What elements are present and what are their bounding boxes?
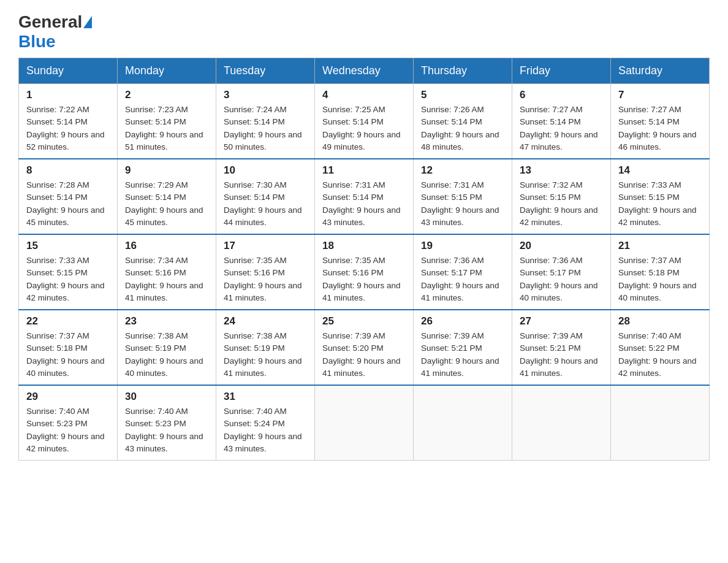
calendar-cell: 6Sunrise: 7:27 AMSunset: 5:14 PMDaylight…: [512, 84, 611, 159]
weekday-header-row: SundayMondayTuesdayWednesdayThursdayFrid…: [19, 58, 710, 84]
calendar-cell: 4Sunrise: 7:25 AMSunset: 5:14 PMDaylight…: [315, 84, 414, 159]
day-info: Sunrise: 7:35 AMSunset: 5:16 PMDaylight:…: [224, 255, 307, 304]
day-number: 6: [520, 89, 603, 101]
day-number: 27: [520, 315, 603, 327]
calendar-cell: [414, 385, 512, 461]
logo-general-text: General: [18, 12, 82, 32]
day-info: Sunrise: 7:37 AMSunset: 5:18 PMDaylight:…: [26, 330, 110, 380]
day-info: Sunrise: 7:36 AMSunset: 5:17 PMDaylight:…: [421, 255, 504, 304]
calendar-week-row: 29Sunrise: 7:40 AMSunset: 5:23 PMDayligh…: [19, 385, 710, 461]
day-info: Sunrise: 7:32 AMSunset: 5:15 PMDaylight:…: [520, 179, 603, 229]
day-info: Sunrise: 7:31 AMSunset: 5:15 PMDaylight:…: [421, 179, 504, 229]
day-number: 11: [322, 164, 406, 177]
day-info: Sunrise: 7:39 AMSunset: 5:21 PMDaylight:…: [421, 330, 504, 380]
day-number: 5: [421, 89, 504, 101]
day-info: Sunrise: 7:39 AMSunset: 5:21 PMDaylight:…: [520, 330, 603, 380]
calendar-cell: 20Sunrise: 7:36 AMSunset: 5:17 PMDayligh…: [512, 234, 611, 310]
calendar-cell: 2Sunrise: 7:23 AMSunset: 5:14 PMDaylight…: [118, 84, 216, 159]
day-number: 17: [224, 240, 307, 252]
day-number: 2: [125, 89, 208, 101]
day-number: 14: [618, 164, 702, 177]
day-number: 29: [26, 391, 110, 403]
calendar-cell: 30Sunrise: 7:40 AMSunset: 5:23 PMDayligh…: [118, 385, 216, 461]
calendar-cell: 11Sunrise: 7:31 AMSunset: 5:14 PMDayligh…: [315, 159, 414, 234]
calendar-cell: 21Sunrise: 7:37 AMSunset: 5:18 PMDayligh…: [611, 234, 710, 310]
day-info: Sunrise: 7:30 AMSunset: 5:14 PMDaylight:…: [224, 179, 307, 229]
day-number: 7: [618, 89, 702, 101]
day-number: 8: [26, 164, 110, 177]
day-number: 1: [26, 89, 110, 101]
day-info: Sunrise: 7:27 AMSunset: 5:14 PMDaylight:…: [520, 104, 603, 153]
day-number: 31: [224, 391, 307, 403]
day-info: Sunrise: 7:38 AMSunset: 5:19 PMDaylight:…: [125, 330, 208, 380]
weekday-header-wednesday: Wednesday: [315, 58, 414, 84]
day-number: 9: [125, 164, 208, 177]
calendar-cell: 26Sunrise: 7:39 AMSunset: 5:21 PMDayligh…: [414, 310, 512, 385]
calendar-cell: 29Sunrise: 7:40 AMSunset: 5:23 PMDayligh…: [19, 385, 118, 461]
calendar-cell: 7Sunrise: 7:27 AMSunset: 5:14 PMDaylight…: [611, 84, 710, 159]
day-info: Sunrise: 7:26 AMSunset: 5:14 PMDaylight:…: [421, 104, 504, 153]
calendar-cell: 14Sunrise: 7:33 AMSunset: 5:15 PMDayligh…: [611, 159, 710, 234]
calendar-cell: 19Sunrise: 7:36 AMSunset: 5:17 PMDayligh…: [414, 234, 512, 310]
day-info: Sunrise: 7:27 AMSunset: 5:14 PMDaylight:…: [618, 104, 702, 153]
calendar-cell: 31Sunrise: 7:40 AMSunset: 5:24 PMDayligh…: [216, 385, 315, 461]
day-number: 18: [322, 240, 406, 252]
calendar-cell: 3Sunrise: 7:24 AMSunset: 5:14 PMDaylight…: [216, 84, 315, 159]
page-header: General Blue: [18, 12, 710, 52]
day-info: Sunrise: 7:33 AMSunset: 5:15 PMDaylight:…: [26, 255, 110, 304]
calendar-cell: 16Sunrise: 7:34 AMSunset: 5:16 PMDayligh…: [118, 234, 216, 310]
logo-blue-text: Blue: [18, 32, 56, 52]
day-number: 30: [125, 391, 208, 403]
calendar-week-row: 22Sunrise: 7:37 AMSunset: 5:18 PMDayligh…: [19, 310, 710, 385]
day-number: 20: [520, 240, 603, 252]
day-info: Sunrise: 7:38 AMSunset: 5:19 PMDaylight:…: [224, 330, 307, 380]
day-info: Sunrise: 7:39 AMSunset: 5:20 PMDaylight:…: [322, 330, 406, 380]
weekday-header-friday: Friday: [512, 58, 611, 84]
calendar-cell: 1Sunrise: 7:22 AMSunset: 5:14 PMDaylight…: [19, 84, 118, 159]
calendar-cell: [512, 385, 611, 461]
day-info: Sunrise: 7:23 AMSunset: 5:14 PMDaylight:…: [125, 104, 208, 153]
calendar-cell: 23Sunrise: 7:38 AMSunset: 5:19 PMDayligh…: [118, 310, 216, 385]
calendar-cell: 8Sunrise: 7:28 AMSunset: 5:14 PMDaylight…: [19, 159, 118, 234]
day-info: Sunrise: 7:37 AMSunset: 5:18 PMDaylight:…: [618, 255, 702, 304]
day-info: Sunrise: 7:34 AMSunset: 5:16 PMDaylight:…: [125, 255, 208, 304]
day-number: 21: [618, 240, 702, 252]
day-number: 19: [421, 240, 504, 252]
day-number: 10: [224, 164, 307, 177]
calendar-cell: 10Sunrise: 7:30 AMSunset: 5:14 PMDayligh…: [216, 159, 315, 234]
calendar-cell: 13Sunrise: 7:32 AMSunset: 5:15 PMDayligh…: [512, 159, 611, 234]
day-number: 15: [26, 240, 110, 252]
day-number: 16: [125, 240, 208, 252]
day-info: Sunrise: 7:25 AMSunset: 5:14 PMDaylight:…: [322, 104, 406, 153]
weekday-header-monday: Monday: [118, 58, 216, 84]
calendar-cell: 9Sunrise: 7:29 AMSunset: 5:14 PMDaylight…: [118, 159, 216, 234]
calendar-cell: 24Sunrise: 7:38 AMSunset: 5:19 PMDayligh…: [216, 310, 315, 385]
day-info: Sunrise: 7:29 AMSunset: 5:14 PMDaylight:…: [125, 179, 208, 229]
day-info: Sunrise: 7:40 AMSunset: 5:24 PMDaylight:…: [224, 405, 307, 455]
day-number: 28: [618, 315, 702, 327]
calendar-week-row: 15Sunrise: 7:33 AMSunset: 5:15 PMDayligh…: [19, 234, 710, 310]
day-info: Sunrise: 7:40 AMSunset: 5:23 PMDaylight:…: [26, 405, 110, 455]
weekday-header-tuesday: Tuesday: [216, 58, 315, 84]
calendar-cell: 15Sunrise: 7:33 AMSunset: 5:15 PMDayligh…: [19, 234, 118, 310]
calendar-cell: 5Sunrise: 7:26 AMSunset: 5:14 PMDaylight…: [414, 84, 512, 159]
weekday-header-saturday: Saturday: [611, 58, 710, 84]
day-number: 12: [421, 164, 504, 177]
day-number: 4: [322, 89, 406, 101]
day-number: 13: [520, 164, 603, 177]
weekday-header-thursday: Thursday: [414, 58, 512, 84]
day-info: Sunrise: 7:40 AMSunset: 5:23 PMDaylight:…: [125, 405, 208, 455]
day-number: 26: [421, 315, 504, 327]
day-info: Sunrise: 7:33 AMSunset: 5:15 PMDaylight:…: [618, 179, 702, 229]
calendar-cell: 25Sunrise: 7:39 AMSunset: 5:20 PMDayligh…: [315, 310, 414, 385]
logo-triangle-icon: [83, 16, 92, 28]
day-number: 22: [26, 315, 110, 327]
calendar-cell: 22Sunrise: 7:37 AMSunset: 5:18 PMDayligh…: [19, 310, 118, 385]
logo: General Blue: [18, 12, 93, 52]
day-info: Sunrise: 7:28 AMSunset: 5:14 PMDaylight:…: [26, 179, 110, 229]
calendar-cell: [315, 385, 414, 461]
weekday-header-sunday: Sunday: [19, 58, 118, 84]
calendar-cell: 17Sunrise: 7:35 AMSunset: 5:16 PMDayligh…: [216, 234, 315, 310]
calendar-week-row: 8Sunrise: 7:28 AMSunset: 5:14 PMDaylight…: [19, 159, 710, 234]
day-info: Sunrise: 7:36 AMSunset: 5:17 PMDaylight:…: [520, 255, 603, 304]
